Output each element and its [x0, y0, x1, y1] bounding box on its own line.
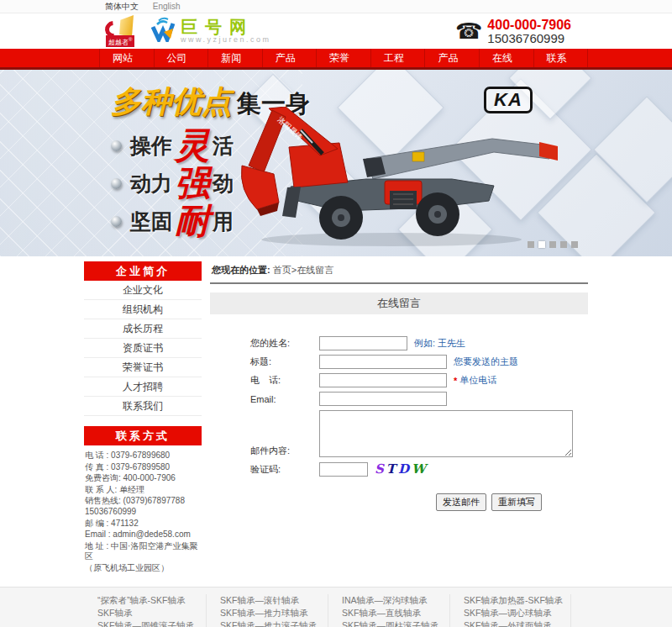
footer-links-column: SKF轴承—滚针轴承 SKF轴承—推力球轴承 SKF轴承—推力滚子轴承 SKF轴… [206, 594, 328, 627]
footer-link[interactable]: SKF轴承—滚针轴承 [220, 594, 328, 607]
site-logo[interactable]: 超越者® 巨号网 www.yzjuren.com [105, 15, 271, 47]
footer-link[interactable]: SKF轴承—圆柱滚子轴承 [342, 619, 449, 627]
nav-item-cases[interactable]: 工程案例 [371, 49, 426, 67]
footer-link[interactable]: INA轴承—深沟球轴承 [342, 594, 449, 607]
name-hint: 例如: 王先生 [414, 337, 465, 350]
banner-dot[interactable] [549, 241, 556, 248]
nav-item-about[interactable]: 公司简介 [155, 49, 209, 67]
bullet-sphere-icon [111, 140, 122, 151]
banner-dot[interactable] [571, 241, 578, 248]
footer-links-column: SKF轴承加热器-SKF轴承 SKF轴承—调心球轴承 SKF轴承—外球面轴承 S… [449, 594, 571, 627]
nav-item-knowledge[interactable]: 产品知识 [425, 49, 480, 67]
subject-input[interactable] [319, 355, 447, 369]
footer-link[interactable]: SKF轴承加热器-SKF轴承 [464, 594, 570, 607]
sidebar: 企业简介 企业文化 组织机构 成长历程 资质证书 荣誉证书 人才招聘 联系我们 … [84, 261, 202, 575]
banner-dot[interactable] [560, 241, 567, 248]
nav-item-honors[interactable]: 荣誉证书 [317, 49, 371, 67]
contact-line: 地 址 : 中国·洛阳空港产业集聚区 [85, 541, 201, 562]
footer-link[interactable]: SKF轴承—外球面轴承 [464, 619, 570, 627]
sidebar-contact-title: 联系方式 [84, 426, 202, 445]
name-input[interactable] [319, 336, 407, 350]
footer-link[interactable]: SKF轴承 [97, 607, 206, 619]
footer-link[interactable]: SKF轴承—调心球轴承 [464, 607, 570, 619]
sidebar-menu-title: 企业简介 [84, 261, 202, 281]
banner-pagination [523, 241, 578, 248]
name-label: 您的姓名: [250, 337, 319, 350]
mobile-number: 15036760999 [487, 32, 571, 45]
sidebar-item-history[interactable]: 成长历程 [84, 319, 202, 339]
captcha-image: STDW [375, 461, 428, 477]
brand-name: 超越者 [108, 39, 129, 46]
message-textarea[interactable] [319, 410, 573, 457]
point-text: 活 [213, 132, 234, 160]
language-bar: 简体中文 English [0, 0, 672, 13]
sidebar-item-organization[interactable]: 组织机构 [84, 300, 202, 319]
email-label: Email: [250, 394, 319, 404]
nav-item-message[interactable]: 在线留言 [480, 49, 534, 67]
brand-logo-icon: 超越者® [105, 15, 142, 47]
contact-line: 传 真 : 0379-67899580 [85, 462, 201, 473]
contact-line: （原飞机场工业园区） [85, 563, 201, 574]
nav-item-news[interactable]: 新闻资讯 [208, 49, 263, 67]
breadcrumb: 您现在的位置: 首页>在线留言 [210, 261, 588, 284]
message-form: 您的姓名: 例如: 王先生 标题: 您要发送的主题 电 话: * 单位电话 Em… [210, 314, 588, 511]
sidebar-item-culture[interactable]: 企业文化 [84, 281, 202, 300]
phone-hint: 单位电话 [459, 374, 496, 387]
footer-link[interactable]: SKF轴承—推力滚子轴承 [220, 619, 328, 627]
footer-link[interactable]: SKF轴承—圆锥滚子轴承 [97, 619, 206, 627]
banner-dot[interactable] [528, 241, 534, 248]
contact-line: 免费咨询: 400-000-7906 [85, 473, 201, 484]
sidebar-item-honor[interactable]: 荣誉证书 [84, 358, 202, 377]
point-text: 坚固 [130, 208, 172, 235]
email-input[interactable] [319, 392, 447, 406]
contact-line: 邮 编 : 471132 [85, 519, 201, 530]
contact-line: 电 话 : 0379-67899680 [85, 450, 201, 461]
phone-input[interactable] [319, 373, 447, 387]
captcha-label: 验证码: [250, 463, 319, 476]
point-text: 劲 [213, 170, 234, 198]
reset-button[interactable]: 重新填写 [491, 493, 542, 511]
contact-info: 电 话 : 0379-67899680 传 真 : 0379-67899580 … [84, 445, 202, 574]
sidebar-item-recruit[interactable]: 人才招聘 [84, 377, 202, 397]
footer-link[interactable]: SKF轴承—直线轴承 [342, 607, 449, 619]
contact-line: Email : admin@dede58.com [85, 530, 201, 540]
breadcrumb-home-link[interactable]: 首页 [273, 265, 291, 275]
header-phone-block: ☎ 400-000-7906 15036760999 [455, 18, 571, 45]
lang-zh-link[interactable]: 简体中文 [105, 2, 139, 11]
footer-link[interactable]: “探索者”轴承-SKF轴承 [97, 594, 206, 607]
registered-mark: ® [129, 37, 132, 42]
point-text: 用 [213, 208, 234, 235]
required-mark: * [454, 376, 457, 386]
breadcrumb-prefix: 您现在的位置: [212, 265, 270, 275]
footer-links-section: “探索者”轴承-SKF轴承 SKF轴承 SKF轴承—圆锥滚子轴承 SKF轴承—调… [0, 587, 672, 627]
point-highlight: 耐 [175, 198, 210, 245]
excavator-illustration: 洛阳晟锋 [240, 107, 559, 248]
footer-link[interactable]: SKF轴承—推力球轴承 [220, 607, 328, 619]
contact-line: 联 系 人: 单经理 [85, 485, 201, 496]
captcha-input[interactable] [319, 462, 368, 477]
site-url: www.yzjuren.com [181, 35, 271, 44]
footer-links-column: INA轴承—深沟球轴承 SKF轴承—直线轴承 SKF轴承—圆柱滚子轴承 SKF轴… [328, 594, 449, 627]
banner-headline-highlight: 多种优点 [111, 84, 232, 119]
subject-hint: 您要发送的主题 [454, 356, 518, 368]
nav-item-products[interactable]: 产品展示 [263, 49, 318, 67]
banner-dot-active[interactable] [538, 241, 545, 248]
contact-line: 销售热线: (0379)67897788 15036760999 [85, 496, 201, 517]
breadcrumb-current: 在线留言 [297, 265, 333, 275]
nav-item-home[interactable]: 网站首页 [99, 49, 155, 67]
bullet-sphere-icon [111, 216, 122, 227]
sidebar-item-qualification[interactable]: 资质证书 [84, 339, 202, 358]
site-logo-icon [150, 17, 176, 45]
lang-en-link[interactable]: English [153, 2, 181, 11]
hotline-number: 400-000-7906 [487, 18, 571, 32]
site-name: 巨号网 [181, 18, 271, 35]
page-title: 在线留言 [210, 292, 588, 314]
nav-item-contact[interactable]: 联系我们 [534, 49, 589, 67]
content-area: 您现在的位置: 首页>在线留言 在线留言 您的姓名: 例如: 王先生 标题: 您… [210, 261, 588, 575]
main-nav: 网站首页 公司简介 新闻资讯 产品展示 荣誉证书 工程案例 产品知识 在线留言 … [0, 49, 672, 70]
hero-banner: 多种优点集一身 操作 灵 活 动力 强 劲 坚固 耐 用 KA [0, 70, 672, 256]
phone-label: 电 话: [250, 374, 319, 387]
bullet-sphere-icon [111, 178, 122, 189]
sidebar-item-contact[interactable]: 联系我们 [84, 397, 202, 416]
send-mail-button[interactable]: 发送邮件 [436, 493, 486, 511]
